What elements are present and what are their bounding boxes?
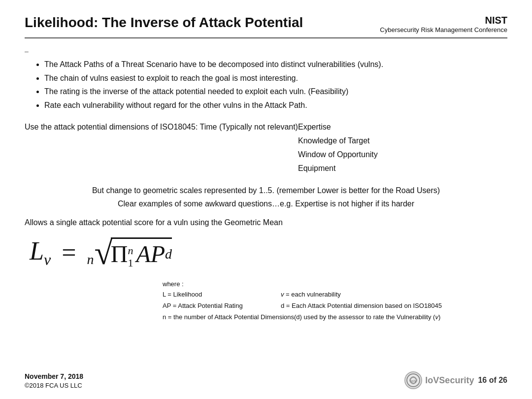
formula-section: Lv = n √ Π n 1 AP d xyxy=(25,236,507,269)
where-n: n = the number of Attack Potential Dimen… xyxy=(163,312,507,323)
where-l: L = Likelihood xyxy=(163,290,271,300)
formula-upper-n: n xyxy=(128,245,133,257)
formula-n: n xyxy=(87,251,94,268)
allows-text: Allows a single attack potential score f… xyxy=(25,218,507,227)
bullet-item: The Attack Paths of a Threat Scenario ha… xyxy=(44,58,507,71)
iso-intro-text: Use the attack potential dimensions of I… xyxy=(25,120,298,175)
header-right: NIST Cybersecurity Risk Management Confe… xyxy=(380,15,507,33)
bullet-list: The Attack Paths of a Threat Scenario ha… xyxy=(44,58,507,111)
footer-copyright: ©2018 FCA US LLC xyxy=(25,382,83,389)
iso-dimension-item: Equipment xyxy=(298,162,378,175)
formula-limits: n 1 xyxy=(128,245,133,268)
footer-date: November 7, 2018 xyxy=(25,372,83,380)
where-d: d = Each Attack Potential dimension base… xyxy=(281,301,507,311)
formula-lv: Lv xyxy=(30,236,51,269)
page: Likelihood: The Inverse of Attack Potent… xyxy=(0,0,532,399)
iso-dimension-item: Knowledge of Target xyxy=(298,134,378,148)
nist-label: NIST xyxy=(380,15,507,26)
brand-name: IoVSecurity xyxy=(425,375,474,386)
where-v: v = each vulnerability xyxy=(281,290,507,300)
conference-label: Cybersecurity Risk Management Conference xyxy=(380,26,507,33)
header-divider xyxy=(25,37,507,38)
formula-d: d xyxy=(165,246,172,263)
where-grid: L = Likelihood v = each vulnerability AP… xyxy=(163,290,507,322)
formula-radical-wrapper: n √ Π n 1 AP d xyxy=(87,236,172,269)
header: Likelihood: The Inverse of Attack Potent… xyxy=(25,15,507,33)
where-section: where : L = Likelihood v = each vulnerab… xyxy=(163,280,507,322)
change-line-2: Clear examples of some awkward questions… xyxy=(25,198,507,210)
where-header: where : xyxy=(163,280,507,288)
iso-row: Use the attack potential dimensions of I… xyxy=(25,120,507,175)
formula-lower-1: 1 xyxy=(128,257,133,269)
bullet-item: The rating is the inverse of the attack … xyxy=(44,85,507,98)
iso-section: Use the attack potential dimensions of I… xyxy=(25,120,507,175)
brand-icon: IoV xyxy=(404,371,422,389)
page-title: Likelihood: The Inverse of Attack Potent… xyxy=(25,15,303,31)
bullet-item: The chain of vulns easiest to exploit to… xyxy=(44,72,507,85)
dash-mark: – xyxy=(25,47,507,55)
formula-overline-content: Π n 1 AP d xyxy=(111,237,172,268)
footer-logo: IoV IoVSecurity xyxy=(404,371,474,389)
footer-left: November 7, 2018 ©2018 FCA US LLC xyxy=(25,372,83,389)
change-section: But change to geometric scales represent… xyxy=(25,184,507,210)
where-ap: AP = Attack Potential Rating xyxy=(163,301,271,311)
footer: November 7, 2018 ©2018 FCA US LLC IoV Io… xyxy=(25,371,507,389)
formula-sqrt-symbol: √ xyxy=(94,236,112,269)
iso-dimension-item: Window of Opportunity xyxy=(298,148,378,162)
bullet-item: Rate each vulnerability without regard f… xyxy=(44,99,507,112)
formula-pi: Π xyxy=(111,240,128,268)
svg-text:IoV: IoV xyxy=(410,379,417,383)
formula-eq: = xyxy=(62,237,76,268)
formula-ap: AP xyxy=(136,240,165,268)
footer-right: IoV IoVSecurity 16 of 26 xyxy=(404,371,507,389)
page-number: 16 of 26 xyxy=(478,376,507,385)
formula-display: Lv = n √ Π n 1 AP d xyxy=(30,236,507,269)
iso-dimensions: ExpertiseKnowledge of TargetWindow of Op… xyxy=(298,120,378,175)
change-line-1: But change to geometric scales represent… xyxy=(25,184,507,197)
iso-dimension-item: Expertise xyxy=(298,120,378,134)
